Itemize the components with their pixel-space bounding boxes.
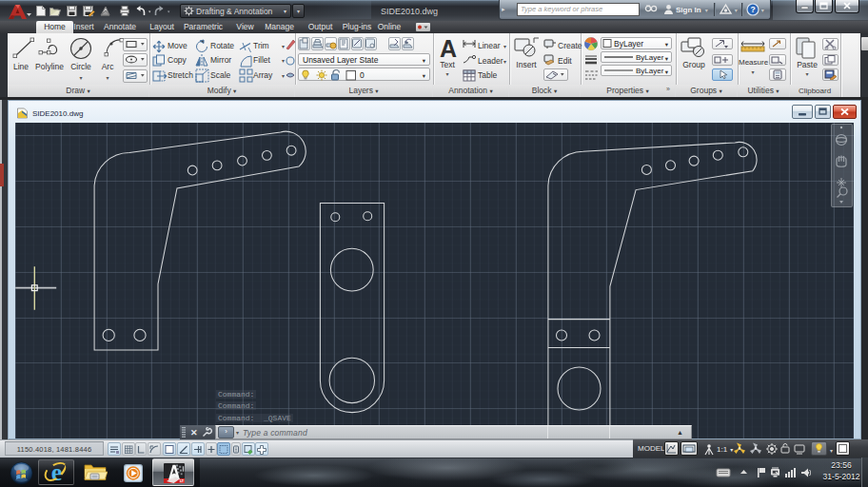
svg-text:?: ? — [750, 5, 755, 14]
